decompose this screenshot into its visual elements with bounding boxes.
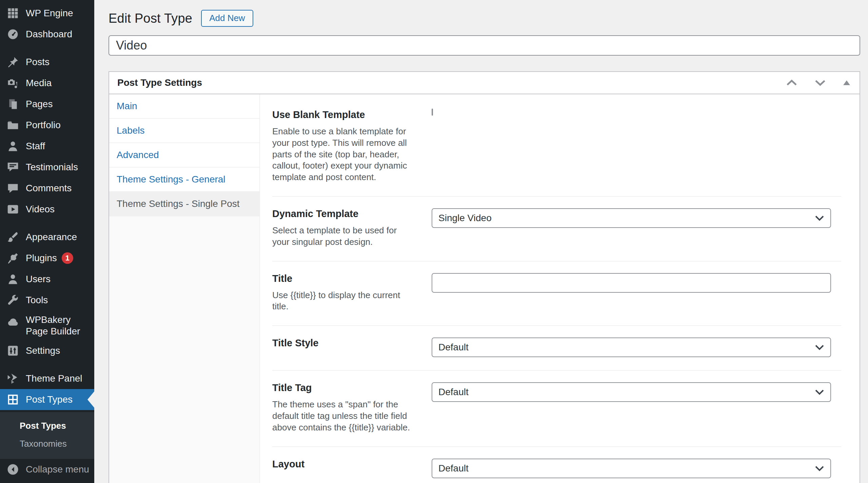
table-grid-icon xyxy=(6,393,20,406)
title-text-input[interactable] xyxy=(432,273,831,293)
setting-field: Default xyxy=(432,337,831,357)
sidebar-item-tools[interactable]: Tools xyxy=(0,290,94,311)
setting-info: Layout xyxy=(272,459,432,478)
use-blank-template-checkbox[interactable] xyxy=(432,109,433,116)
tab-label: Main xyxy=(117,101,137,112)
setting-heading: Layout xyxy=(272,459,415,470)
tab-labels[interactable]: Labels xyxy=(109,119,259,143)
chevron-down-icon xyxy=(815,389,824,395)
move-up-icon[interactable] xyxy=(786,79,798,86)
sidebar-item-label: Videos xyxy=(26,204,55,215)
setting-info: Title Style xyxy=(272,337,432,357)
setting-description: Use {{title}} to display the current tit… xyxy=(272,290,415,313)
submenu-item-post-types[interactable]: Post Types xyxy=(0,417,94,435)
chevron-down-icon xyxy=(815,465,824,471)
sidebar-item-testimonials[interactable]: Testimonials xyxy=(0,157,94,178)
select-value: Default xyxy=(438,463,469,474)
select-value: Single Video xyxy=(438,213,492,224)
wrench-icon xyxy=(6,293,20,307)
sidebar-item-staff[interactable]: Staff xyxy=(0,136,94,157)
title-style-select[interactable]: Default xyxy=(432,337,831,357)
sidebar-item-label: Post Types xyxy=(26,394,73,405)
theme-panel-icon xyxy=(6,372,20,385)
admin-sidebar: WP Engine Dashboard Posts Media Pages Po… xyxy=(0,0,94,483)
chevron-down-icon xyxy=(815,345,824,350)
sidebar-item-label: Tools xyxy=(26,294,48,306)
sidebar-item-appearance[interactable]: Appearance xyxy=(0,227,94,248)
setting-field xyxy=(432,109,831,183)
tab-theme-settings-general[interactable]: Theme Settings - General xyxy=(109,168,259,192)
sidebar-item-theme-panel[interactable]: Theme Panel xyxy=(0,368,94,389)
sidebar-item-label: Dashboard xyxy=(26,28,72,40)
sidebar-item-label: Pages xyxy=(26,98,53,110)
collapse-menu-button[interactable]: Collapse menu xyxy=(0,459,94,480)
media-icon xyxy=(6,76,20,90)
metabox-handles xyxy=(786,79,851,86)
move-down-icon[interactable] xyxy=(814,79,826,86)
setting-description: Select a template to be used for your si… xyxy=(272,225,415,248)
sidebar-item-label: Users xyxy=(26,273,51,285)
page-header: Edit Post Type Add New xyxy=(108,9,860,28)
submenu-item-taxonomies[interactable]: Taxonomies xyxy=(0,435,94,453)
tab-theme-settings-single-post[interactable]: Theme Settings - Single Post xyxy=(109,192,259,216)
setting-heading: Title Tag xyxy=(272,382,415,393)
setting-title: Title Use {{title}} to display the curre… xyxy=(272,262,841,326)
wp-admin-screen: WP Engine Dashboard Posts Media Pages Po… xyxy=(0,0,868,483)
setting-dynamic-template: Dynamic Template Select a template to be… xyxy=(272,197,841,262)
setting-heading: Use Blank Template xyxy=(272,109,415,120)
person-icon xyxy=(6,139,20,153)
collapse-menu-label: Collapse menu xyxy=(26,464,89,475)
sidebar-item-label: Plugins xyxy=(26,252,57,264)
sidebar-item-wp-engine[interactable]: WP Engine xyxy=(0,3,94,24)
sidebar-item-dashboard[interactable]: Dashboard xyxy=(0,24,94,45)
setting-layout: Layout Default xyxy=(272,447,841,483)
sidebar-item-pages[interactable]: Pages xyxy=(0,94,94,115)
dashboard-icon xyxy=(6,27,20,41)
folder-icon xyxy=(6,118,20,132)
metabox-header: Post Type Settings xyxy=(109,72,860,94)
add-new-button[interactable]: Add New xyxy=(201,10,253,26)
sidebar-item-posts[interactable]: Posts xyxy=(0,52,94,73)
setting-title-style: Title Style Default xyxy=(272,326,841,371)
sliders-icon xyxy=(6,344,20,358)
sidebar-item-post-types[interactable]: Post Types xyxy=(0,389,94,410)
post-type-name-input[interactable] xyxy=(108,35,860,56)
tab-advanced[interactable]: Advanced xyxy=(109,143,259,168)
setting-info: Use Blank Template Enable to use a blank… xyxy=(272,109,432,183)
sidebar-item-wpbakery[interactable]: WPBakery Page Builder xyxy=(0,311,94,340)
collapse-circle-icon xyxy=(6,463,20,476)
tab-label: Advanced xyxy=(117,150,159,160)
sidebar-item-comments[interactable]: Comments xyxy=(0,178,94,199)
sidebar-item-users[interactable]: Users xyxy=(0,269,94,290)
cloud-icon xyxy=(6,315,20,329)
setting-field: Default xyxy=(432,459,831,478)
settings-panel: Use Blank Template Enable to use a blank… xyxy=(260,94,860,483)
sidebar-item-label: Settings xyxy=(26,345,60,356)
tab-label: Labels xyxy=(117,125,145,136)
select-value: Default xyxy=(438,387,469,398)
select-value: Default xyxy=(438,342,469,353)
sidebar-item-videos[interactable]: Videos xyxy=(0,199,94,220)
setting-heading: Title xyxy=(272,273,415,284)
sidebar-item-settings[interactable]: Settings xyxy=(0,340,94,361)
person-icon xyxy=(6,272,20,286)
wp-engine-icon xyxy=(6,6,20,20)
sidebar-item-media[interactable]: Media xyxy=(0,73,94,94)
setting-title-tag: Title Tag The theme uses a "span" for th… xyxy=(272,371,841,447)
pages-icon xyxy=(6,97,20,111)
sidebar-item-plugins[interactable]: Plugins 1 xyxy=(0,248,94,269)
layout-select[interactable]: Default xyxy=(432,459,831,478)
title-tag-select[interactable]: Default xyxy=(432,382,831,402)
post-types-submenu: Post Types Taxonomies xyxy=(0,412,94,459)
sidebar-item-label: Testimonials xyxy=(26,161,78,173)
dynamic-template-select[interactable]: Single Video xyxy=(432,208,831,228)
main-content: Edit Post Type Add New Post Type Setting… xyxy=(94,0,868,483)
sidebar-item-portfolio[interactable]: Portfolio xyxy=(0,115,94,136)
page-title: Edit Post Type xyxy=(108,11,192,26)
setting-field: Default xyxy=(432,382,831,433)
tab-main[interactable]: Main xyxy=(109,94,259,119)
setting-info: Title Use {{title}} to display the curre… xyxy=(272,273,432,313)
toggle-panel-icon[interactable] xyxy=(843,80,851,86)
brush-icon xyxy=(6,230,20,244)
sidebar-item-label: Staff xyxy=(26,140,45,152)
